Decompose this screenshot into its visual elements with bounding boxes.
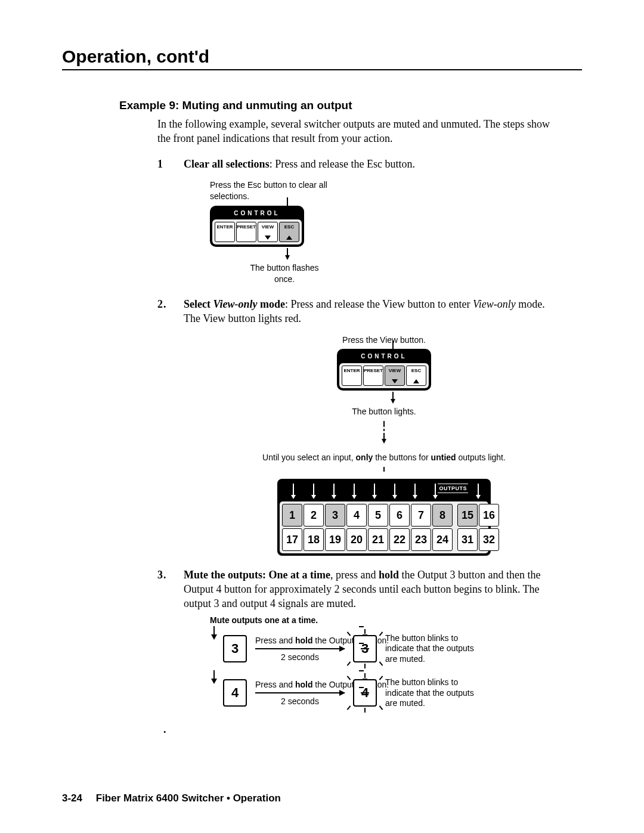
- output-4-button-blinking[interactable]: 4: [353, 679, 377, 707]
- output-3-blink-label: 3: [361, 640, 369, 658]
- output-button[interactable]: 5: [368, 504, 388, 527]
- output-4-blink-label: 4: [361, 684, 369, 702]
- step-3-rest1: , press and: [330, 569, 379, 581]
- press-arrow-icon: [210, 626, 218, 640]
- step-1-fig-caption-bottom: The button flashes once.: [240, 262, 329, 285]
- blink-note-3: The button blinks to indicate that the o…: [385, 633, 481, 665]
- chapter-title: Operation, cont'd: [62, 47, 582, 70]
- output-button[interactable]: 17: [282, 528, 302, 551]
- esc-button-2[interactable]: ESC: [406, 366, 426, 386]
- preset-button[interactable]: PRESET: [236, 222, 256, 242]
- step-3-lead2: : One at a time: [262, 569, 330, 581]
- output-3-button[interactable]: 3: [223, 635, 247, 662]
- intro-paragraph: In the following example, several switch…: [157, 117, 558, 146]
- view-button-2-label: VIEW: [389, 368, 401, 373]
- output-button[interactable]: 1: [282, 504, 302, 527]
- esc-button[interactable]: ESC: [279, 222, 299, 242]
- output-button[interactable]: 19: [325, 528, 345, 551]
- output-button[interactable]: 2: [304, 504, 324, 527]
- esc-button-2-label: ESC: [411, 368, 421, 373]
- blink-note-4: The button blinks to indicate that the o…: [385, 677, 481, 709]
- output-button[interactable]: 7: [411, 504, 431, 527]
- step-1-lead: Clear all selections: [184, 158, 270, 170]
- step-2-fig-caption-top: Press the View button.: [330, 335, 438, 346]
- output-button[interactable]: 22: [389, 528, 410, 551]
- output-button[interactable]: 8: [432, 504, 453, 527]
- outputs-panel: OUTPUTS 1 2 3 4 5 6 7 8: [277, 479, 491, 556]
- output-button[interactable]: 6: [389, 504, 410, 527]
- step-2: Select View-only mode: Press and release…: [157, 297, 558, 556]
- step-3-hold: hold: [379, 569, 399, 581]
- arrow-icon: Press and hold the Output 4 button. 2 se…: [255, 692, 345, 693]
- example-title: Example 9: Muting and unmuting an output: [119, 99, 582, 112]
- control-panel: CONTROL ENTER PRESET VIEW ESC: [210, 206, 304, 247]
- output-button[interactable]: 3: [325, 504, 345, 527]
- output-button[interactable]: 15: [457, 504, 478, 527]
- mute-output-4: 4 Press and hold the Output 4 button. 2 …: [210, 677, 558, 709]
- step-1-rest: : Press and release the Esc button.: [270, 158, 415, 170]
- page-number: 3-24: [62, 792, 82, 804]
- enter-button-2[interactable]: ENTER: [342, 366, 362, 386]
- step-2-fig-caption-mid: The button lights.: [210, 406, 558, 417]
- output-3-button-blinking[interactable]: 3: [353, 635, 377, 662]
- view-button-label: VIEW: [262, 224, 274, 230]
- page-footer: 3-24 Fiber Matrix 6400 Switcher • Operat…: [62, 792, 281, 804]
- output-button[interactable]: 23: [411, 528, 431, 551]
- press-arrow-icon: [210, 670, 218, 684]
- output-button[interactable]: 21: [368, 528, 388, 551]
- mute-heading: Mute outputs one at a time.: [210, 615, 558, 626]
- step-3-lead: Mute the outputs: [184, 569, 262, 581]
- esc-button-label: ESC: [284, 224, 294, 230]
- output-4-button[interactable]: 4: [223, 679, 247, 707]
- output-button[interactable]: 20: [346, 528, 367, 551]
- output-button[interactable]: 32: [479, 528, 499, 551]
- output-button[interactable]: 24: [432, 528, 453, 551]
- step-2-lead1: Select: [184, 298, 213, 310]
- output-button[interactable]: 31: [457, 528, 478, 551]
- view-button-2[interactable]: VIEW: [385, 366, 405, 386]
- step-2-rest2: View-only: [473, 298, 516, 310]
- outputs-row-1: 1 2 3 4 5 6 7 8 15 16: [282, 504, 486, 527]
- step-2-rest1: : Press and release the View button to e…: [285, 298, 473, 310]
- step-3: Mute the outputs: One at a time, press a…: [157, 568, 558, 709]
- control-panel-2: CONTROL ENTER PRESET VIEW ESC: [337, 349, 431, 391]
- output-button[interactable]: 16: [479, 504, 499, 527]
- outputs-label: OUTPUTS: [438, 484, 468, 493]
- footer-title: Fiber Matrix 6400 Switcher • Operation: [96, 792, 281, 804]
- view-button[interactable]: VIEW: [258, 222, 278, 242]
- outputs-row-2: 17 18 19 20 21 22 23 24 31 32: [282, 528, 486, 551]
- control-label-2: CONTROL: [339, 351, 429, 363]
- enter-button[interactable]: ENTER: [215, 222, 235, 242]
- step-1: Clear all selections: Press and release …: [157, 157, 558, 285]
- mute-output-3: 3 Press and hold the Output 3 button. 2 …: [210, 633, 558, 665]
- output-button[interactable]: 18: [304, 528, 324, 551]
- step-2-lead3: mode: [258, 298, 286, 310]
- step-2-note: Until you select an input, only the butt…: [210, 452, 558, 463]
- step-2-lead2: View-only: [213, 298, 257, 310]
- output-button[interactable]: 4: [346, 504, 367, 527]
- arrow-icon: Press and hold the Output 3 button. 2 se…: [255, 648, 345, 649]
- preset-button-2[interactable]: PRESET: [363, 366, 383, 386]
